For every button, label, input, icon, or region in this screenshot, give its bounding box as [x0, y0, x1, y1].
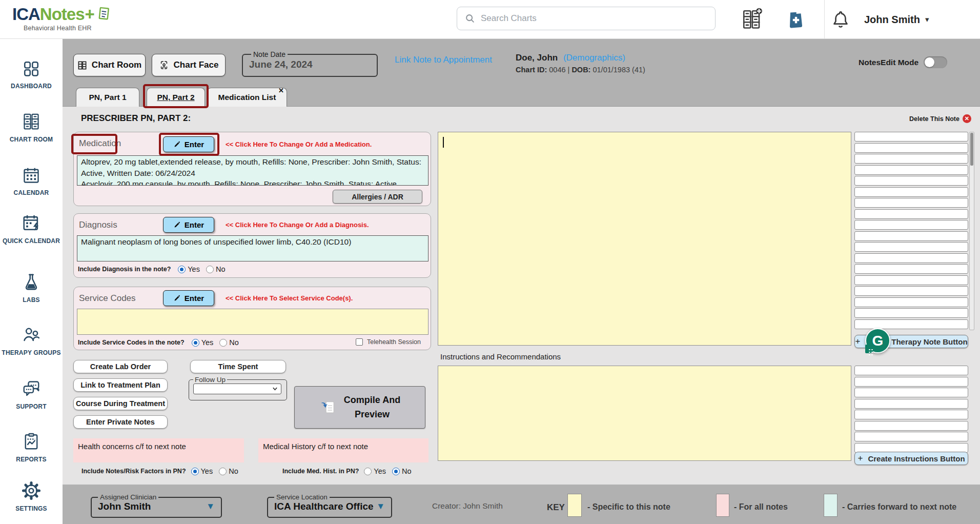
empty-row[interactable] [854, 297, 968, 307]
sidebar-item-quick-calendar[interactable]: QUICK CALENDAR [0, 213, 63, 246]
empty-row[interactable] [854, 187, 968, 197]
sidebar-item-calendar[interactable]: CALENDAR [0, 166, 63, 198]
therapy-groups-icon [22, 325, 41, 345]
empty-row[interactable] [854, 209, 968, 219]
note-date-field[interactable]: Note Date June 24, 2024 [242, 50, 378, 77]
empty-row[interactable] [854, 231, 968, 241]
sidebar-item-dashboard[interactable]: DASHBOARD [0, 59, 63, 91]
close-icon[interactable]: ✕ [278, 87, 284, 94]
settings-gear-icon [22, 481, 41, 500]
time-spent-button[interactable]: Time Spent [190, 360, 286, 373]
empty-row[interactable] [854, 165, 968, 175]
medication-label: Medication [79, 138, 121, 149]
include-notes-no-radio[interactable] [219, 468, 227, 475]
service-codes-enter-button[interactable]: Enter [163, 290, 214, 306]
empty-row[interactable] [854, 198, 968, 208]
service-codes-hint: << Click Here To Select Service Code(s). [226, 294, 353, 302]
header-divider [824, 0, 825, 39]
compile-and-preview-button[interactable]: Compile And Preview [294, 386, 425, 429]
empty-row[interactable] [854, 176, 968, 186]
assigned-clinician-dropdown[interactable]: Assigned Clinician John Smith ▼ [91, 493, 222, 518]
sidebar-item-support[interactable]: SUPPORT [0, 379, 63, 412]
empty-row[interactable] [854, 366, 968, 375]
logo-tagline: Behavioral Health EHR [24, 25, 111, 32]
empty-row[interactable] [854, 443, 968, 453]
telehealth-checkbox[interactable] [356, 338, 363, 346]
link-note-to-appointment[interactable]: Link Note to Appointment [395, 55, 492, 65]
empty-row[interactable] [854, 242, 968, 252]
diagnosis-yes-radio[interactable] [178, 266, 186, 273]
empty-row[interactable] [854, 421, 968, 431]
empty-row[interactable] [854, 308, 968, 318]
medication-enter-button[interactable]: Enter [163, 136, 214, 152]
pharmacy-add-icon[interactable] [785, 8, 806, 30]
notes-edit-mode: NotesEdit Mode [859, 56, 947, 68]
allergies-adr-button[interactable]: Allergies / ADR [333, 190, 422, 204]
add-chart-icon[interactable] [741, 7, 763, 31]
include-medhist-no-radio[interactable] [392, 468, 400, 475]
icanotes-logo[interactable]: ICANotes+ Behavioral Health EHR [12, 5, 111, 32]
tab-pn-part-2[interactable]: PN, Part 2 [147, 88, 205, 107]
medical-history-box[interactable]: Medical History c/f to next note [258, 438, 428, 462]
create-instructions-button[interactable]: + Create Instructions Button [854, 452, 968, 465]
tab-medication-list[interactable]: Medication List ✕ [207, 88, 287, 107]
service-codes-no-radio[interactable] [219, 339, 227, 347]
medication-textbox[interactable]: Altoprev, 20 mg tablet,extended release,… [77, 155, 428, 186]
empty-row[interactable] [854, 154, 968, 164]
diagnosis-textbox[interactable]: Malignant neoplasm of long bones of unsp… [77, 235, 428, 261]
course-during-treatment-button[interactable]: Course During Treatment [73, 397, 168, 410]
enter-private-notes-button[interactable]: Enter Private Notes [73, 415, 168, 429]
empty-row[interactable] [854, 132, 968, 142]
follow-up-field: Follow Up [189, 376, 287, 400]
search-bar[interactable] [457, 7, 716, 30]
instructions-text-area[interactable] [438, 366, 851, 461]
search-icon [464, 13, 476, 24]
empty-row[interactable] [854, 220, 968, 230]
diagnosis-no-radio[interactable] [206, 266, 214, 273]
tab-pn-part-1[interactable]: PN, Part 1 [76, 88, 139, 107]
empty-row[interactable] [854, 264, 968, 274]
chart-face-button[interactable]: Chart Face [152, 54, 226, 76]
follow-up-select[interactable] [193, 384, 281, 394]
empty-row[interactable] [854, 319, 968, 329]
search-input[interactable] [481, 13, 708, 24]
delete-this-note[interactable]: Delete This Note ✕ [909, 114, 971, 123]
sidebar-item-settings[interactable]: SETTINGS [0, 481, 63, 514]
empty-row[interactable] [854, 388, 968, 397]
diagnosis-hint: << Click Here To Change Or Add a Diagnos… [226, 221, 369, 229]
notifications-bell-icon[interactable] [830, 8, 851, 31]
notes-edit-toggle[interactable] [924, 56, 947, 68]
include-notes-yes-radio[interactable] [191, 468, 199, 475]
user-menu[interactable]: John Smith ▾ [864, 0, 929, 39]
empty-row[interactable] [854, 253, 968, 263]
include-medhist-yes-radio[interactable] [364, 468, 372, 475]
user-name: John Smith [864, 14, 920, 26]
empty-row[interactable] [854, 399, 968, 409]
chart-room-button[interactable]: Chart Room [73, 54, 146, 76]
health-concerns-box[interactable]: Health concerns c/f to next note [73, 438, 244, 462]
logo-document-icon [95, 6, 111, 23]
empty-row[interactable] [854, 143, 968, 153]
demographics-link[interactable]: (Demographics) [563, 53, 625, 63]
service-codes-yes-radio[interactable] [192, 339, 199, 347]
sidebar-item-chart-room[interactable]: CHART ROOM [0, 112, 63, 145]
create-lab-order-button[interactable]: Create Lab Order [73, 360, 168, 373]
service-location-dropdown[interactable]: Service Location ICA Healthcare Office ▼ [267, 493, 392, 518]
scrollbar[interactable] [969, 132, 974, 330]
link-to-treatment-plan-button[interactable]: Link to Treatment Plan [73, 378, 168, 392]
empty-row[interactable] [854, 286, 968, 296]
scrollbar-thumb[interactable] [970, 133, 973, 166]
sidebar-item-reports[interactable]: REPORTS [0, 432, 63, 465]
empty-row[interactable] [854, 377, 968, 387]
grammarly-badge[interactable]: G [865, 328, 890, 353]
note-text-area[interactable] [438, 132, 851, 346]
medication-hint: << Click Here To Change Or Add a Medicat… [226, 140, 372, 148]
sidebar-item-labs[interactable]: LABS [0, 272, 63, 305]
logo-notes: Notes [40, 5, 85, 24]
service-codes-textbox[interactable] [77, 309, 428, 335]
diagnosis-enter-button[interactable]: Enter [163, 217, 214, 233]
empty-row[interactable] [854, 432, 968, 441]
empty-row[interactable] [854, 410, 968, 419]
empty-row[interactable] [854, 275, 968, 285]
sidebar-item-therapy-groups[interactable]: THERAPY GROUPS [0, 325, 63, 358]
